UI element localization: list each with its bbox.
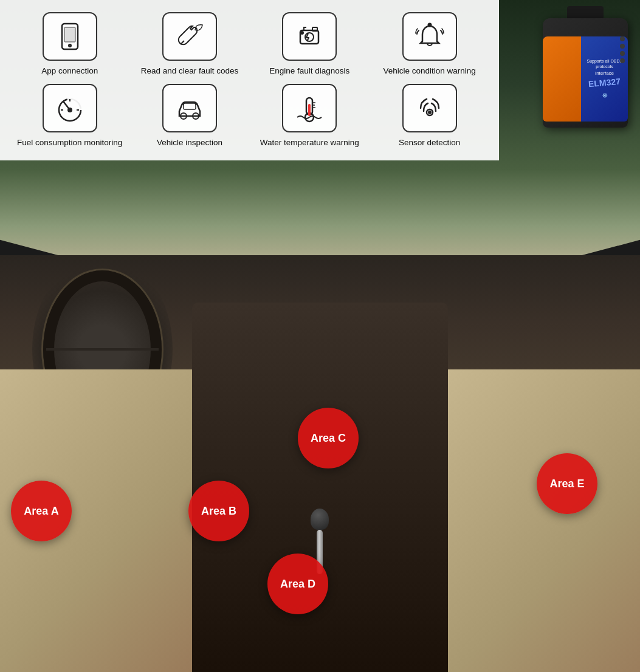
svg-rect-6 bbox=[312, 27, 317, 31]
feature-sensor-detection: Sensor detection bbox=[372, 84, 487, 148]
obd-dot-3 bbox=[620, 51, 625, 56]
svg-point-26 bbox=[428, 111, 431, 114]
feature-water-temperature: Water temperature warning bbox=[252, 84, 367, 148]
feature-vehicle-condition: Vehicle condition warning bbox=[372, 12, 487, 77]
area-b-label: Area B bbox=[201, 505, 236, 518]
feature-vehicle-inspection: Vehicle inspection bbox=[132, 84, 247, 148]
gauge-icon bbox=[55, 93, 85, 123]
svg-rect-1 bbox=[64, 27, 75, 42]
water-temperature-icon-box bbox=[282, 84, 337, 132]
phone-icon bbox=[55, 21, 85, 52]
obd-dot-1 bbox=[620, 36, 625, 41]
svg-line-3 bbox=[181, 41, 184, 44]
obd-dot-4 bbox=[620, 58, 625, 63]
vehicle-inspection-label: Vehicle inspection bbox=[157, 137, 222, 148]
fuel-consumption-icon-box bbox=[43, 84, 97, 132]
car-icon bbox=[174, 93, 205, 123]
area-a-circle: Area A bbox=[11, 481, 72, 541]
svg-point-8 bbox=[428, 24, 431, 27]
obd-dots bbox=[620, 36, 625, 63]
area-c-circle: Area C bbox=[298, 408, 359, 468]
read-clear-icon-box bbox=[162, 12, 217, 61]
main-container: App connection Read and clear fault code… bbox=[0, 0, 640, 672]
area-d-circle: Area D bbox=[267, 554, 328, 614]
feature-app-connection: App connection bbox=[12, 12, 127, 77]
bell-icon bbox=[415, 21, 445, 52]
obd-orange-panel bbox=[543, 36, 581, 122]
obd-dot-2 bbox=[620, 44, 625, 49]
wrench-icon bbox=[174, 21, 205, 52]
gear-knob bbox=[311, 509, 329, 530]
svg-point-12 bbox=[68, 108, 72, 112]
svg-rect-18 bbox=[184, 103, 196, 109]
engine-fault-label: Engine fault diagnosis bbox=[269, 66, 349, 77]
feature-fuel-consumption: Fuel consumption monitoring bbox=[12, 84, 127, 148]
app-connection-label: App connection bbox=[41, 66, 98, 77]
vehicle-condition-icon-box bbox=[402, 12, 457, 61]
obd-label: Supports all OBDII protocols Interface E… bbox=[543, 36, 628, 122]
features-overlay: App connection Read and clear fault code… bbox=[0, 0, 499, 160]
svg-point-2 bbox=[69, 44, 71, 47]
sensor-detection-icon-box bbox=[402, 84, 457, 132]
signal-icon bbox=[415, 93, 445, 123]
thermometer-water-icon bbox=[294, 93, 325, 123]
feature-read-clear: Read and clear fault codes bbox=[132, 12, 247, 77]
feature-engine-fault: Engine fault diagnosis bbox=[252, 12, 367, 77]
obd-device: Supports all OBDII protocols Interface E… bbox=[537, 6, 634, 128]
area-d-label: Area D bbox=[280, 578, 315, 591]
water-temperature-label: Water temperature warning bbox=[260, 137, 359, 148]
bluetooth-icon: ⎈ bbox=[602, 90, 607, 100]
sensor-detection-label: Sensor detection bbox=[399, 137, 460, 148]
area-c-label: Area C bbox=[311, 432, 346, 445]
svg-point-7 bbox=[301, 32, 303, 34]
area-b-circle: Area B bbox=[188, 481, 249, 541]
area-e-circle: Area E bbox=[537, 453, 597, 514]
fuel-consumption-label: Fuel consumption monitoring bbox=[17, 137, 122, 148]
passenger-seat bbox=[429, 369, 640, 672]
app-connection-icon-box bbox=[43, 12, 97, 61]
area-e-label: Area E bbox=[549, 478, 584, 490]
vehicle-condition-label: Vehicle condition warning bbox=[383, 66, 475, 77]
vehicle-inspection-icon-box bbox=[162, 84, 217, 132]
read-clear-label: Read and clear fault codes bbox=[141, 66, 239, 77]
obd-model-text: ELM327 bbox=[588, 75, 621, 89]
engine-fault-icon-box bbox=[282, 12, 337, 61]
obd-body: Supports all OBDII protocols Interface E… bbox=[543, 18, 628, 128]
engine-icon bbox=[294, 21, 325, 52]
obd-supports-text: Supports all OBDII protocols bbox=[583, 58, 625, 69]
area-a-label: Area A bbox=[24, 505, 58, 518]
